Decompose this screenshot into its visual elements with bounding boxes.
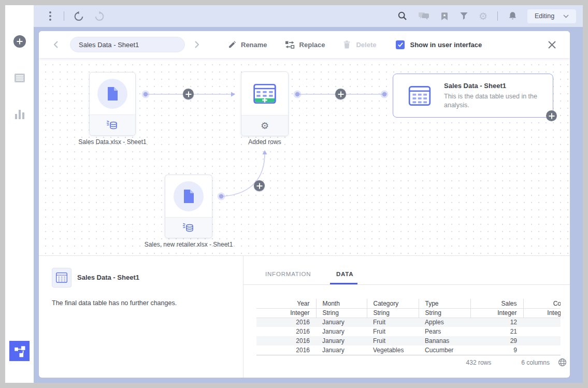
undo-icon[interactable]	[74, 11, 84, 21]
table-icon-box	[52, 268, 71, 288]
notifications-bell-icon[interactable]	[508, 11, 518, 21]
main-area: ⚙ Editing Sales Data - Sheet1	[34, 5, 583, 383]
add-icon[interactable]	[13, 35, 26, 48]
bookmark-icon[interactable]	[440, 11, 449, 21]
database-import-icon	[106, 120, 119, 131]
database-import-icon	[182, 222, 195, 233]
added-rows-node[interactable]: ⚙	[241, 71, 289, 136]
file-icon	[182, 189, 195, 204]
delete-button[interactable]: Delete	[342, 40, 376, 49]
operation-settings-section[interactable]: ⚙	[241, 115, 288, 136]
insert-step-button[interactable]	[335, 89, 346, 99]
prev-table-chevron-icon[interactable]	[51, 38, 61, 51]
final-table-node[interactable]: Sales Data - Sheet1 This is the data tab…	[393, 74, 553, 118]
rename-button[interactable]: Rename	[227, 40, 267, 49]
gear-icon[interactable]: ⚙	[261, 121, 269, 131]
data-table[interactable]: Year Month Category Type Sales Co Intege…	[256, 299, 561, 355]
row-count: 432 rows	[466, 359, 492, 366]
add-operation-button[interactable]	[546, 110, 557, 121]
filter-icon[interactable]	[459, 11, 469, 21]
final-node-description: This is the data table used in the analy…	[444, 92, 553, 110]
data-canvas-icon[interactable]	[9, 341, 30, 361]
final-node-title: Sales Data - Sheet1	[444, 82, 553, 90]
pages-list-icon[interactable]	[14, 73, 25, 85]
canvas-header: Sales Data - Sheet1 Rename Replace Delet…	[39, 31, 570, 58]
comments-icon[interactable]	[418, 11, 430, 21]
node-label: Sales Data.xlsx - Sheet1	[66, 138, 159, 146]
show-in-ui-label: Show in user interface	[410, 41, 482, 49]
table-selector[interactable]: Sales Data - Sheet1	[70, 37, 185, 52]
table-row: 2016 January Fruit Bananas 29	[256, 336, 561, 346]
pencil-icon	[227, 40, 236, 49]
settings-gear-icon[interactable]: ⚙	[479, 11, 487, 21]
insert-step-button[interactable]	[183, 89, 194, 99]
mode-dropdown[interactable]: Editing	[527, 9, 576, 23]
trash-icon	[342, 40, 351, 49]
tab-separator	[243, 284, 570, 285]
menu-kebab-icon[interactable]	[46, 10, 54, 22]
data-canvas-panel: Sales Data - Sheet1 Rename Replace Delet…	[39, 31, 570, 378]
bar-chart-icon[interactable]	[15, 110, 24, 119]
table-icon	[407, 83, 433, 109]
details-note: The final data table has no further chan…	[52, 299, 177, 307]
toolbar-divider	[64, 11, 64, 21]
search-icon[interactable]	[397, 11, 408, 21]
file-icon-circle	[174, 181, 204, 211]
table-row: 2016 January Fruit Pears 21	[256, 327, 561, 336]
close-icon[interactable]	[546, 38, 558, 51]
table-row: 2016 January Vegetables Cucumber 9	[256, 346, 561, 355]
table-footer: 432 rows 6 columns	[466, 358, 567, 367]
node-label: Sales, new retailer.xlsx - Sheet1	[126, 241, 251, 248]
column-header-row: Year Month Category Type Sales Co	[256, 299, 561, 308]
source-file-node[interactable]	[89, 72, 136, 136]
data-preview-pane: INFORMATION DATA Year Month Category	[243, 256, 570, 378]
column-type-row: Integer String String String Integer Int…	[256, 308, 561, 318]
checkbox-checked-icon[interactable]	[396, 40, 405, 49]
details-title: Sales Data - Sheet1	[77, 274, 139, 281]
replace-icon	[285, 40, 295, 49]
table-row: 2016 January Fruit Apples 12	[256, 318, 561, 327]
data-source-section[interactable]	[165, 217, 212, 238]
file-icon	[106, 87, 119, 101]
node-label: Added rows	[234, 138, 296, 146]
content-band: Sales Data - Sheet1 Rename Replace Delet…	[34, 27, 583, 383]
toolbar-divider	[497, 11, 498, 21]
file-icon-circle	[97, 79, 127, 109]
add-rows-table-icon	[252, 81, 277, 106]
column-count: 6 columns	[521, 359, 550, 366]
tab-data[interactable]: DATA	[336, 271, 353, 277]
insert-step-button[interactable]	[254, 180, 265, 191]
source-file-node[interactable]	[165, 175, 212, 238]
tab-information[interactable]: INFORMATION	[265, 271, 311, 277]
globe-icon[interactable]	[558, 358, 567, 367]
mode-dropdown-value: Editing	[535, 12, 554, 20]
next-table-chevron-icon[interactable]	[192, 38, 202, 51]
data-source-section[interactable]	[90, 114, 135, 135]
left-sidebar	[5, 5, 34, 383]
node-details-pane: Sales Data - Sheet1 The final data table…	[39, 256, 243, 378]
chevron-down-icon	[563, 14, 569, 19]
table-icon	[55, 271, 68, 284]
redo-icon[interactable]	[94, 11, 105, 21]
show-in-ui-toggle[interactable]: Show in user interface	[396, 40, 482, 49]
replace-button[interactable]: Replace	[285, 40, 325, 49]
top-toolbar: ⚙ Editing	[34, 5, 583, 27]
table-selector-value: Sales Data - Sheet1	[79, 41, 139, 49]
details-area: Sales Data - Sheet1 The final data table…	[39, 256, 570, 378]
flow-canvas[interactable]: Sales Data.xlsx - Sheet1	[39, 58, 570, 256]
